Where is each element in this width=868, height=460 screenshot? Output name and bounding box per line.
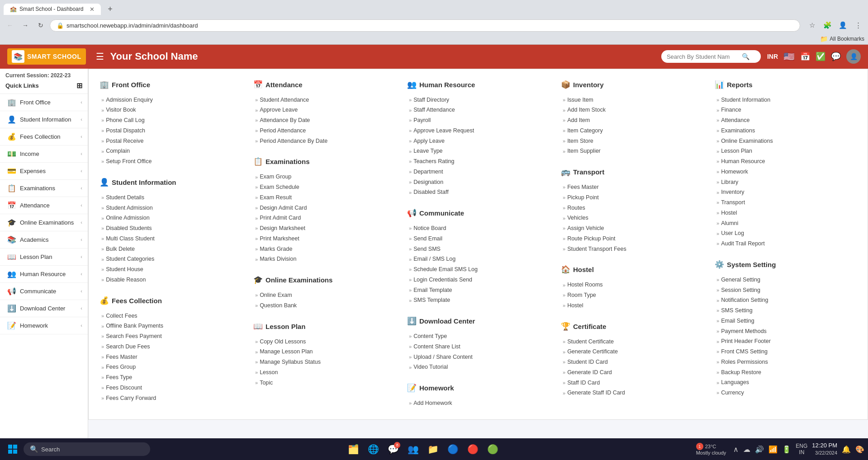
menu-item-fees-type[interactable]: » Fees Type xyxy=(100,372,242,383)
menu-item-front-cms-setting[interactable]: » Front CMS Setting xyxy=(715,347,857,357)
menu-item-fees-carry-forward[interactable]: » Fees Carry Forward xyxy=(100,393,242,404)
menu-item-print-header-footer[interactable]: » Print Header Footer xyxy=(715,336,857,347)
sidebar-item-examinations[interactable]: 📋 Examinations ‹ xyxy=(0,180,88,197)
menu-item-currency[interactable]: » Currency xyxy=(715,388,857,398)
checkbox-icon[interactable]: ✅ xyxy=(816,52,825,61)
menu-item-hostel[interactable]: » Hostel xyxy=(561,300,703,311)
menu-item-designation[interactable]: » Designation xyxy=(407,177,549,188)
sidebar-item-download-center[interactable]: ⬇️ Download Center ‹ xyxy=(0,300,88,317)
menu-item-online-exam[interactable]: » Online Exam xyxy=(253,290,395,300)
menu-item-exam-group[interactable]: » Exam Group xyxy=(253,172,395,182)
taskbar-app-teams[interactable]: 👥 xyxy=(404,440,422,458)
menu-item-search-due-fees[interactable]: » Search Due Fees xyxy=(100,342,242,352)
menu-item-topic[interactable]: » Topic xyxy=(253,378,395,388)
menu-item-issue-item[interactable]: » Issue Item xyxy=(561,95,703,105)
menu-item-online-admission[interactable]: » Online Admission xyxy=(100,213,242,223)
browser-tab[interactable]: 🏫 Smart School - Dashboard ✕ xyxy=(4,4,101,15)
menu-item-approve-leave-request[interactable]: » Approve Leave Request xyxy=(407,126,549,136)
sidebar-item-online-examinations[interactable]: 🎓 Online Examinations ‹ xyxy=(0,214,88,231)
profile-button[interactable]: 👤 xyxy=(836,19,849,32)
menu-item-design-marksheet[interactable]: » Design Marksheet xyxy=(253,223,395,234)
menu-item-reports-transport[interactable]: » Transport xyxy=(715,197,857,208)
menu-item-session-setting[interactable]: » Session Setting xyxy=(715,285,857,296)
menu-item-staff-id-card[interactable]: » Staff ID Card xyxy=(561,378,703,388)
menu-item-leave-type[interactable]: » Leave Type xyxy=(407,146,549,156)
menu-item-student-categories[interactable]: » Student Categories xyxy=(100,254,242,264)
whatsapp-icon[interactable]: 💬 xyxy=(831,52,841,61)
menu-item-payroll[interactable]: » Payroll xyxy=(407,115,549,126)
menu-item-disabled-students[interactable]: » Disabled Students xyxy=(100,223,242,234)
sidebar-item-attendance[interactable]: 📅 Attendance ‹ xyxy=(0,197,88,214)
menu-item-search-fees-payment[interactable]: » Search Fees Payment xyxy=(100,331,242,342)
forward-button[interactable]: → xyxy=(19,19,32,32)
menu-item-print-marksheet[interactable]: » Print Marksheet xyxy=(253,234,395,244)
menu-item-staff-attendance[interactable]: » Staff Attendance xyxy=(407,105,549,115)
menu-item-period-attendance[interactable]: » Period Attendance xyxy=(253,126,395,136)
menu-item-fees-discount[interactable]: » Fees Discount xyxy=(100,383,242,393)
menu-item-offline-bank-payments[interactable]: » Offline Bank Payments xyxy=(100,321,242,331)
menu-item-bulk-delete[interactable]: » Bulk Delete xyxy=(100,244,242,254)
menu-item-email-template[interactable]: » Email Template xyxy=(407,285,549,296)
menu-item-schedule-email-sms-log[interactable]: » Schedule Email SMS Log xyxy=(407,264,549,275)
taskbar-app-other[interactable]: 🟢 xyxy=(484,440,502,458)
search-box[interactable]: 🔍 xyxy=(661,50,761,63)
menu-item-copy-old-lessons[interactable]: » Copy Old Lessons xyxy=(253,337,395,347)
menu-item-fees-master-transport[interactable]: » Fees Master xyxy=(561,182,703,192)
menu-item-student-admission[interactable]: » Student Admission xyxy=(100,203,242,213)
menu-item-design-admit-card[interactable]: » Design Admit Card xyxy=(253,203,395,213)
user-avatar[interactable]: 👤 xyxy=(846,49,861,64)
menu-item-question-bank[interactable]: » Question Bank xyxy=(253,300,395,311)
menu-item-department[interactable]: » Department xyxy=(407,167,549,177)
menu-item-pickup-point[interactable]: » Pickup Point xyxy=(561,192,703,203)
menu-item-student-attendance[interactable]: » Student Attendance xyxy=(253,95,395,105)
menu-item-reports-user-log[interactable]: » User Log xyxy=(715,228,857,239)
menu-button[interactable]: ⋮ xyxy=(852,19,864,32)
menu-item-marks-division[interactable]: » Marks Division xyxy=(253,254,395,264)
menu-item-payment-methods[interactable]: » Payment Methods xyxy=(715,326,857,337)
start-button[interactable] xyxy=(4,440,22,458)
menu-item-student-transport-fees[interactable]: » Student Transport Fees xyxy=(561,244,703,254)
menu-item-phone-call-log[interactable]: » Phone Call Log xyxy=(100,115,242,126)
sidebar-item-lesson-plan[interactable]: 📖 Lesson Plan ‹ xyxy=(0,249,88,266)
menu-item-exam-schedule[interactable]: » Exam Schedule xyxy=(253,182,395,192)
menu-item-upload-share-content[interactable]: » Upload / Share Content xyxy=(407,352,549,362)
taskbar-app-ms-edge[interactable]: 🔵 xyxy=(444,440,462,458)
menu-item-exam-result[interactable]: » Exam Result xyxy=(253,192,395,203)
menu-item-routes[interactable]: » Routes xyxy=(561,203,703,213)
menu-item-reports-finance[interactable]: » Finance xyxy=(715,105,857,115)
menu-item-manage-lesson-plan[interactable]: » Manage Lesson Plan xyxy=(253,347,395,357)
calendar-icon[interactable]: 📅 xyxy=(800,52,810,61)
menu-item-reports-examinations[interactable]: » Examinations xyxy=(715,126,857,136)
menu-item-reports-audit-trail[interactable]: » Audit Trail Report xyxy=(715,239,857,249)
menu-item-reports-attendance[interactable]: » Attendance xyxy=(715,115,857,126)
menu-item-generate-staff-id-card[interactable]: » Generate Staff ID Card xyxy=(561,388,703,398)
address-bar[interactable]: 🔒 smartschool.newebapp.in/admin/admin/da… xyxy=(50,19,800,32)
menu-item-collect-fees[interactable]: » Collect Fees xyxy=(100,311,242,321)
menu-item-complain[interactable]: » Complain xyxy=(100,146,242,156)
menu-item-setup-front-office[interactable]: » Setup Front Office xyxy=(100,156,242,167)
taskbar-app-folder[interactable]: 📁 xyxy=(424,440,442,458)
all-bookmarks-label[interactable]: All Bookmarks xyxy=(830,36,864,42)
sidebar-item-front-office[interactable]: 🏢 Front Office ‹ xyxy=(0,94,88,111)
menu-item-visitor-book[interactable]: » Visitor Book xyxy=(100,105,242,115)
menu-item-admission-enquiry[interactable]: » Admission Enquiry xyxy=(100,95,242,105)
menu-item-student-id-card[interactable]: » Student ID Card xyxy=(561,357,703,367)
menu-item-add-item-stock[interactable]: » Add Item Stock xyxy=(561,105,703,115)
menu-item-postal-receive[interactable]: » Postal Receive xyxy=(100,136,242,146)
sidebar-item-homework[interactable]: 📝 Homework ‹ xyxy=(0,317,88,334)
menu-item-postal-dispatch[interactable]: » Postal Dispatch xyxy=(100,126,242,136)
menu-item-reports-lesson-plan[interactable]: » Lesson Plan xyxy=(715,146,857,156)
notification-icon[interactable]: 🔔 xyxy=(842,445,851,454)
menu-item-add-item[interactable]: » Add Item xyxy=(561,115,703,126)
tab-close[interactable]: ✕ xyxy=(90,6,95,13)
menu-item-marks-grade[interactable]: » Marks Grade xyxy=(253,244,395,254)
menu-item-languages[interactable]: » Languages xyxy=(715,377,857,388)
star-button[interactable]: ☆ xyxy=(806,19,818,32)
menu-item-email-sms-log[interactable]: » Email / SMS Log xyxy=(407,254,549,264)
menu-item-generate-certificate[interactable]: » Generate Certificate xyxy=(561,347,703,357)
menu-item-general-setting[interactable]: » General Setting xyxy=(715,275,857,285)
extensions-button[interactable]: 🧩 xyxy=(821,19,834,32)
menu-item-email-setting[interactable]: » Email Setting xyxy=(715,316,857,326)
menu-item-send-email[interactable]: » Send Email xyxy=(407,234,549,244)
menu-item-notification-setting[interactable]: » Notification Setting xyxy=(715,295,857,305)
